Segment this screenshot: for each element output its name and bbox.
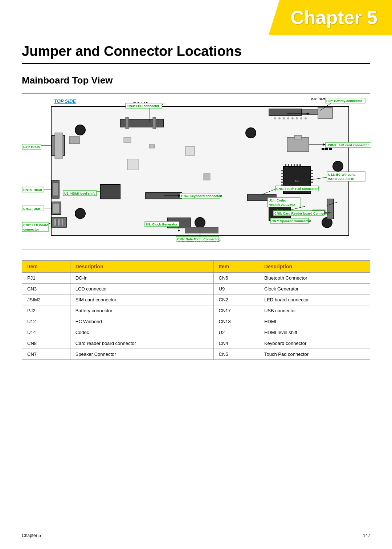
svg-point-16 <box>195 217 205 228</box>
table-cell-desc2: USB connector <box>259 305 370 316</box>
table-cell-desc1: Battery connector <box>70 305 213 316</box>
svg-rect-67 <box>322 148 324 150</box>
col-header-item2: Item <box>213 261 259 273</box>
svg-text:CN2: LED board: CN2: LED board <box>23 223 48 227</box>
table-cell-item1: JSIM2 <box>22 294 70 305</box>
col-header-desc1: Description <box>70 261 213 273</box>
footer-left: Chapter 5 <box>22 533 41 538</box>
svg-rect-62 <box>127 159 138 170</box>
page-footer: Chapter 5 147 <box>22 530 370 538</box>
table-cell-item1: PJ2 <box>22 305 70 316</box>
table-row: U12EC WinbondCN18HDMI <box>22 316 370 327</box>
footer-right: 147 <box>363 533 370 538</box>
svg-rect-28 <box>281 170 283 171</box>
table-cell-item2: CN6 <box>213 273 259 284</box>
svg-point-8 <box>296 117 298 119</box>
connector-table: Item Description Item Description PJ1DC-… <box>22 260 370 360</box>
table-cell-desc2: Touch Pad connector <box>259 349 370 360</box>
svg-rect-35 <box>311 173 313 174</box>
table-cell-desc1: Speaker Connector <box>70 349 213 360</box>
svg-rect-31 <box>281 179 283 180</box>
table-cell-desc1: Card reader board connector <box>70 338 213 349</box>
svg-rect-41 <box>291 164 292 166</box>
svg-text:CN6: Bule Tooth Connector: CN6: Bule Tooth Connector <box>177 237 220 241</box>
svg-rect-60 <box>58 219 60 226</box>
svg-rect-32 <box>281 182 283 183</box>
table-cell-desc1: Codec <box>70 327 213 338</box>
table-row: JSIM2SIM card connectorCN2LED board conn… <box>22 294 370 305</box>
table-cell-item1: U14 <box>22 327 70 338</box>
chapter-header: Chapter 5 <box>269 0 392 35</box>
svg-rect-59 <box>54 219 56 226</box>
svg-point-4 <box>278 117 281 119</box>
table-row: PJ1DC-inCN6Bluetooth Connector <box>22 273 370 284</box>
svg-rect-1 <box>269 109 302 115</box>
table-cell-desc2: LED board connector <box>259 294 370 305</box>
svg-rect-64 <box>149 145 155 148</box>
svg-rect-57 <box>185 227 218 233</box>
table-cell-item1: CN7 <box>22 349 70 360</box>
svg-point-9 <box>300 117 302 119</box>
svg-rect-20 <box>69 137 79 144</box>
svg-rect-54 <box>327 199 334 219</box>
svg-text:PJ2: Battery connector: PJ2: Battery connector <box>326 99 362 103</box>
svg-text:CN17: USB: CN17: USB <box>23 207 41 211</box>
svg-rect-63 <box>185 146 195 155</box>
table-cell-desc1: DC-in <box>70 273 213 284</box>
main-title: Jumper and Connector Locations <box>22 44 370 64</box>
table-cell-desc2: Keyboard connector <box>259 338 370 349</box>
svg-point-14 <box>333 161 343 171</box>
svg-rect-68 <box>325 148 328 150</box>
svg-rect-36 <box>311 176 313 177</box>
table-cell-item2: CN5 <box>213 349 259 360</box>
table-cell-item2: U2 <box>213 327 259 338</box>
svg-text:CN18: HDMI: CN18: HDMI <box>23 188 42 192</box>
diagram-svg: TOP SIDE <box>22 94 371 250</box>
svg-text:Realtek ALC269X: Realtek ALC269X <box>269 203 295 207</box>
table-row: CN3LCD connectorU9Clock Generator <box>22 284 370 294</box>
table-cell-item2: CN17 <box>213 305 259 316</box>
svg-rect-24 <box>287 137 309 152</box>
svg-rect-29 <box>281 173 283 174</box>
table-cell-item2: U9 <box>213 284 259 294</box>
svg-text:CN7: Speaker Connector: CN7: Speaker Connector <box>271 219 310 223</box>
table-cell-desc1: SIM card connector <box>70 294 213 305</box>
svg-rect-49 <box>100 184 120 199</box>
table-cell-item2: CN18 <box>213 316 259 327</box>
table-row: CN8Card reader board connectorCN4Keyboar… <box>22 338 370 349</box>
svg-text:CN8: Card Reader board Connect: CN8: Card Reader board Connector <box>274 212 330 215</box>
svg-rect-42 <box>294 164 295 166</box>
svg-text:WPCE775LA0DG: WPCE775LA0DG <box>328 177 355 181</box>
col-header-item1: Item <box>22 261 70 273</box>
table-cell-item1: CN3 <box>22 284 70 294</box>
svg-text:U14: Codec: U14: Codec <box>269 199 287 202</box>
table-row: CN7Speaker ConnectorCN5Touch Pad connect… <box>22 349 370 360</box>
svg-text:U9: Clock Generator: U9: Clock Generator <box>146 223 178 226</box>
table-cell-desc2: Clock Generator <box>259 284 370 294</box>
svg-rect-69 <box>329 148 332 150</box>
svg-text:JSIM2: SIM card connector: JSIM2: SIM card connector <box>327 143 369 147</box>
svg-text:CN4: Keyboard connector: CN4: Keyboard connector <box>181 194 222 198</box>
table-cell-desc2: HDMI <box>259 316 370 327</box>
svg-point-5 <box>283 117 285 119</box>
table-cell-item1: PJ1 <box>22 273 70 284</box>
top-side-label: TOP SIDE <box>54 98 76 104</box>
svg-point-3 <box>274 117 276 119</box>
svg-point-6 <box>287 117 289 119</box>
svg-rect-22 <box>126 117 128 129</box>
table-cell-desc2: Bluetooth Connector <box>259 273 370 284</box>
table-cell-desc1: LCD connector <box>70 284 213 294</box>
svg-rect-11 <box>318 107 332 118</box>
svg-rect-19 <box>55 133 63 158</box>
chapter-title: Chapter 5 <box>290 7 377 28</box>
svg-rect-25 <box>294 135 302 139</box>
svg-text:connector: connector <box>23 228 39 231</box>
table-row: PJ2Battery connectorCN17USB connector <box>22 305 370 316</box>
table-cell-item2: CN4 <box>213 338 259 349</box>
svg-rect-23 <box>153 117 156 129</box>
svg-text:CN5: Touch Pad connector: CN5: Touch Pad connector <box>276 187 318 191</box>
svg-rect-66 <box>124 137 131 143</box>
svg-rect-34 <box>311 170 313 171</box>
svg-rect-44 <box>299 164 301 166</box>
svg-rect-40 <box>288 164 289 166</box>
